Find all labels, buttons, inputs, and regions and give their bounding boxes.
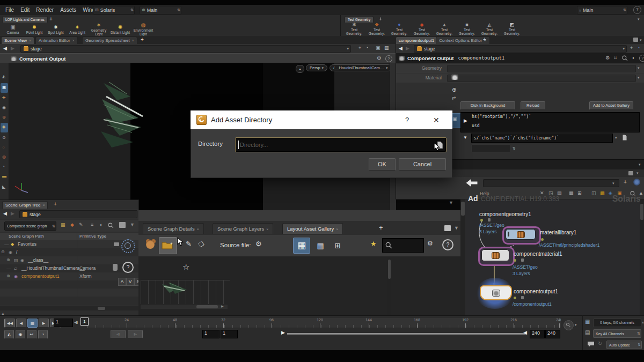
next-key-button[interactable]: ▮▸ — [128, 330, 143, 338]
audio-scrub-icon[interactable]: ◉ — [16, 330, 25, 339]
shelf-tab-lop-lights[interactable]: LOP Lights and Cameras — [2, 16, 48, 23]
channel-scope-icon[interactable]: ▤ — [585, 330, 590, 335]
help-icon[interactable]: ? — [385, 55, 392, 62]
cylinder-icon[interactable] — [113, 264, 118, 271]
playhead-marker[interactable]: 1 — [80, 317, 89, 326]
edit-icon[interactable]: ✎ — [79, 223, 83, 227]
view-tool-icon[interactable]: ◈ — [2, 125, 5, 129]
range-start-field[interactable]: 1 — [202, 330, 219, 338]
gallery-content[interactable]: ☆ ▶ — [138, 256, 460, 317]
reload-button[interactable]: Reload — [521, 101, 545, 110]
file-chooser-icon[interactable] — [621, 134, 628, 141]
help-circle-icon[interactable]: ? — [122, 262, 134, 273]
tiles-icon[interactable]: ⊞ — [577, 191, 582, 196]
shelf-tool-area-light[interactable]: ✷Area Light — [67, 25, 88, 34]
pin-handle-icon[interactable] — [114, 242, 119, 246]
filepath-field[interactable]: s/`chs("name")`/`chs("filename")` — [471, 134, 613, 143]
dialog-close-button[interactable]: ✕ — [433, 116, 440, 124]
filters-icon[interactable]: ≡ — [91, 223, 93, 227]
mini-combo[interactable]: ⇅ — [471, 144, 511, 152]
node-componentoutput1[interactable] — [480, 285, 512, 300]
frame-step-back-icon[interactable]: ◂▮ — [74, 320, 78, 324]
misc-tool-icon[interactable]: ◣ — [2, 185, 5, 189]
anim-options-caret[interactable]: ▾ — [575, 323, 577, 327]
swap-icon[interactable]: ⇄ — [452, 96, 456, 101]
avs-a-button[interactable]: A — [118, 278, 126, 286]
add-pane-tab-left[interactable]: + — [141, 37, 144, 42]
gear-icon[interactable]: ⚙ — [605, 55, 610, 61]
render-flags-icon[interactable]: ▦ — [61, 223, 65, 227]
nav-back-icon[interactable]: ◀ — [3, 46, 7, 51]
node-componentmaterial1[interactable] — [481, 249, 509, 261]
pose-tool-icon[interactable]: ⊕ — [452, 87, 456, 93]
add-tab-icon[interactable]: + — [54, 202, 57, 207]
tab-animation-editor[interactable]: Animation Editor× — [35, 36, 78, 44]
linker-icon[interactable]: ◔ — [637, 46, 640, 50]
keys-status-button[interactable]: 0 keys, 0/0 channels — [593, 319, 641, 327]
realtime-clock-icon[interactable]: ◔ — [38, 330, 48, 339]
range-end-field[interactable]: 240 — [530, 330, 545, 338]
pane-caret-icon[interactable]: ▼ — [130, 223, 135, 227]
medium-grid-view-button[interactable]: ▦ — [313, 239, 327, 252]
refresh-icon[interactable]: ↻ — [598, 341, 602, 346]
brush-icon[interactable]: ✎ — [186, 240, 192, 247]
construction-plane-icon[interactable]: ▬ — [2, 174, 6, 179]
close-icon[interactable]: × — [266, 227, 268, 231]
network-path-combo[interactable]: ▾ — [483, 179, 619, 187]
contrast-icon[interactable]: ◑ — [631, 55, 634, 61]
add-directory-button[interactable]: + — [159, 237, 177, 254]
jack-icon[interactable]: ⌗ — [614, 55, 617, 61]
splitter-arrow-icon[interactable]: ▲ — [1, 312, 5, 315]
search-icon[interactable] — [622, 55, 628, 61]
desktop-selector[interactable]: ⊞ Solaris ⇅ — [93, 6, 135, 14]
dialog-titlebar[interactable]: Add Asset Directory ? ✕ — [191, 110, 452, 129]
compass-icon[interactable] — [633, 179, 640, 186]
gallery-vscrollbar[interactable] — [387, 258, 391, 315]
range-start2-field[interactable]: 1 — [221, 330, 238, 338]
save-to-disk-background-button[interactable]: Disk in Background — [460, 101, 515, 110]
shelf-add-tab-right[interactable]: + — [379, 17, 382, 22]
cancel-button[interactable]: Cancel — [399, 158, 446, 171]
snap-multi-icon[interactable]: ◔ — [2, 165, 5, 169]
asset-thumbnail-plant[interactable] — [159, 270, 196, 295]
breadcrumb-caret[interactable]: ▾ — [347, 47, 349, 51]
collapse-toggle[interactable]: ⊖ — [1, 249, 5, 254]
help-circle-icon[interactable]: ? — [633, 6, 641, 14]
prev-key-button[interactable]: ◂▮ — [111, 330, 126, 338]
pane-menu-caret[interactable]: ▾ — [636, 171, 639, 175]
move-tool-icon[interactable]: ✚ — [2, 96, 6, 100]
tab-geometry-spreadsheet[interactable]: Geometry Spreadsheet× — [82, 36, 137, 44]
tag-icon[interactable]: ❏ — [197, 240, 205, 248]
close-icon[interactable]: × — [42, 203, 45, 207]
shelf-tab-test-geometry[interactable]: Test Geometry — [345, 16, 374, 23]
pane-layout-icon[interactable] — [444, 225, 451, 231]
column-primitive-type[interactable]: Primitive Type — [79, 234, 106, 239]
chevron-down-icon[interactable]: ▾ — [638, 76, 640, 80]
tab-scene-graph-details[interactable]: Scene Graph Details× — [143, 223, 204, 234]
scale-tool-icon[interactable]: ⊕ — [2, 115, 6, 120]
tree-hscrollbar[interactable] — [0, 306, 138, 311]
keys-caret-icon[interactable]: ▲ — [641, 321, 644, 324]
scroll-right-icon[interactable]: ▶ — [221, 305, 224, 308]
close-icon[interactable]: × — [72, 39, 75, 42]
breadcrumb-caret[interactable]: ▾ — [623, 47, 625, 51]
panel2-icon[interactable]: ▥ — [384, 46, 389, 50]
jump-start-button[interactable]: ◀◀ — [4, 319, 15, 328]
current-frame-field[interactable]: 1 — [54, 319, 73, 327]
panel-icon[interactable]: ▣ — [376, 46, 380, 50]
snap-prim-icon[interactable]: ◍ — [2, 155, 6, 159]
message-bubble-icon[interactable] — [587, 341, 595, 348]
lock-camera-icon[interactable]: ● — [296, 65, 304, 73]
usd-suffix-field[interactable]: usd — [472, 123, 479, 128]
dialog-help-button[interactable]: ? — [405, 116, 409, 124]
material-icon[interactable]: ◆ — [70, 223, 74, 227]
snap-grid-icon[interactable]: ⊙ — [2, 136, 6, 140]
large-grid-view-button[interactable]: ▦ — [293, 238, 310, 254]
view-mode-pill[interactable]: Persp▾ — [306, 64, 327, 71]
display-flag-icon[interactable] — [480, 219, 483, 221]
auto-update-combo[interactable]: Auto Update ⇅ — [606, 341, 642, 349]
help-circle-icon[interactable]: ? — [442, 239, 453, 250]
node-name-field[interactable]: componentoutput1 — [458, 55, 505, 61]
network-editor[interactable]: Ad CONFIDENTIAL H19.0.383 Solaris compon… — [460, 200, 644, 316]
display-flag-icon[interactable] — [541, 238, 544, 241]
